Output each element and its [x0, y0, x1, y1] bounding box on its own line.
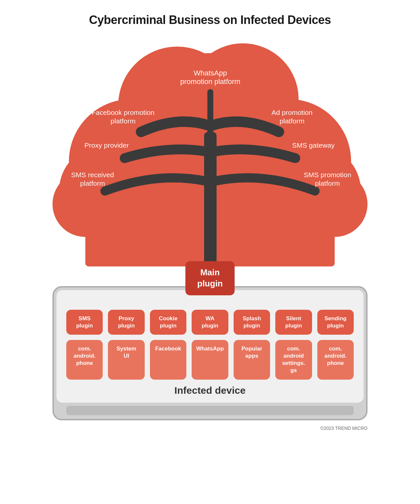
- page-title: Cybercriminal Business on Infected Devic…: [89, 13, 331, 27]
- splash-plugin: Splashplugin: [234, 310, 270, 335]
- sending-plugin: Sendingplugin: [317, 310, 354, 335]
- svg-text:SMS received: SMS received: [71, 171, 114, 178]
- device-bottom-bar: [66, 406, 354, 415]
- facebook-app: Facebook: [150, 340, 186, 379]
- svg-text:promotion platform: promotion platform: [180, 77, 240, 86]
- svg-text:Ad promotion: Ad promotion: [272, 109, 313, 116]
- com-android-settings: com.androidsettings.gs: [275, 340, 312, 379]
- svg-text:WhatsApp: WhatsApp: [194, 69, 227, 77]
- com-android-phone-1: com.android.phone: [66, 340, 103, 379]
- copyright: ©2023 TREND MICRO: [52, 426, 368, 431]
- cloud-wrapper: WhatsApp promotion platform Facebook pro…: [52, 40, 368, 296]
- diagram-container: WhatsApp promotion platform Facebook pro…: [46, 40, 374, 431]
- plugins-row-1: SMSplugin Proxyplugin Cookieplugin WAplu…: [66, 310, 354, 335]
- main-plugin-box: Main plugin: [185, 261, 235, 295]
- com-android-phone-2: com.android.phone: [317, 340, 354, 379]
- plugins-row-2: com.android.phone SystemUI Facebook What…: [66, 340, 354, 379]
- device: Main plugin SMSplugin Proxyplugin Cookie…: [52, 286, 368, 420]
- svg-text:Proxy provider: Proxy provider: [84, 141, 129, 149]
- popular-apps: Popularapps: [234, 340, 270, 379]
- system-ui: SystemUI: [108, 340, 144, 379]
- svg-text:platform: platform: [315, 179, 340, 187]
- svg-text:Facebook promotion: Facebook promotion: [92, 109, 154, 116]
- sms-plugin: SMSplugin: [66, 310, 103, 335]
- svg-text:SMS gateway: SMS gateway: [292, 141, 335, 149]
- cookie-plugin: Cookieplugin: [150, 310, 186, 335]
- svg-text:platform: platform: [280, 117, 304, 125]
- device-label: Infected device: [66, 385, 354, 396]
- wa-plugin: WAplugin: [192, 310, 228, 335]
- device-inner: SMSplugin Proxyplugin Cookieplugin WAplu…: [56, 290, 364, 403]
- svg-text:platform: platform: [80, 179, 105, 187]
- whatsapp-app: WhatsApp: [192, 340, 228, 379]
- svg-text:platform: platform: [111, 117, 136, 125]
- proxy-plugin: Proxyplugin: [108, 310, 144, 335]
- svg-text:SMS promotion: SMS promotion: [304, 171, 351, 178]
- silent-plugin: Silentplugin: [275, 310, 312, 335]
